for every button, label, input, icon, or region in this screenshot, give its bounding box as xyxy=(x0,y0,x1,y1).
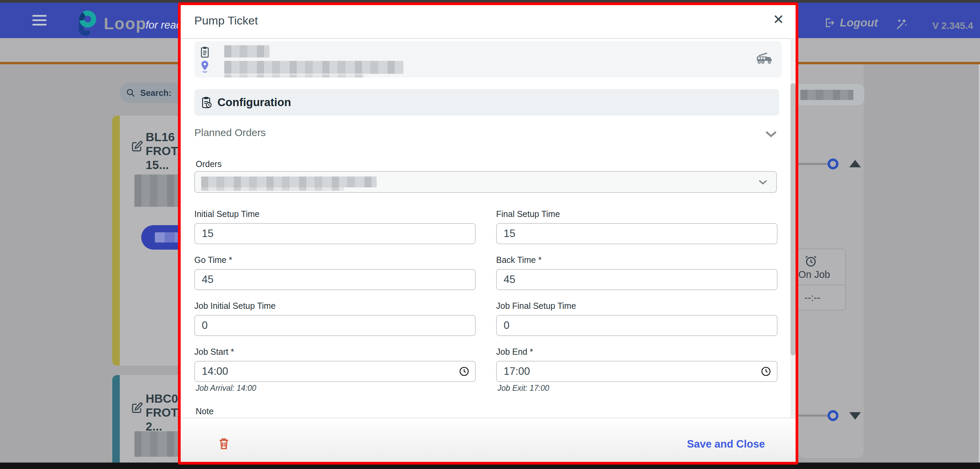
trash-icon[interactable] xyxy=(218,437,231,450)
page: Loop for ready Logout V 2.345.4 Search: xyxy=(0,0,980,469)
on-job-label: On Job xyxy=(798,269,830,280)
card-accent-stripe xyxy=(112,116,120,366)
redacted-text xyxy=(201,188,344,191)
field-initial-setup-time: Initial Setup Time xyxy=(194,209,476,244)
loop-logo xyxy=(73,9,100,36)
clipboard-clock-icon xyxy=(201,96,212,108)
timeline-slider-handle[interactable] xyxy=(827,159,838,169)
field-label: Go Time * xyxy=(194,255,476,265)
clock-icon[interactable] xyxy=(459,366,469,377)
logout-button[interactable]: Logout xyxy=(824,16,878,29)
card-accent-stripe xyxy=(112,375,120,463)
field-label: Final Setup Time xyxy=(496,209,778,219)
note-label: Note xyxy=(196,406,214,416)
chevron-down-icon xyxy=(758,179,768,185)
logout-label: Logout xyxy=(840,16,878,29)
timeline-slider-handle[interactable] xyxy=(827,410,838,421)
configuration-section-header: Configuration xyxy=(194,89,779,116)
search-label: Search: xyxy=(140,88,172,98)
clipboard-icon xyxy=(200,46,210,58)
redacted-text xyxy=(224,61,403,74)
pump-truck-icon xyxy=(755,51,774,66)
chevron-down-icon[interactable] xyxy=(765,130,778,138)
field-label: Job End * xyxy=(496,347,778,357)
field-label: Job Start * xyxy=(194,347,476,357)
timeline-slider-track xyxy=(798,415,828,417)
save-and-close-button[interactable]: Save and Close xyxy=(687,438,765,450)
redacted-text xyxy=(224,75,364,78)
logout-icon xyxy=(824,17,835,29)
modal-footer: Save and Close xyxy=(181,418,795,462)
close-icon[interactable]: ✕ xyxy=(773,13,784,26)
field-back-time: Back Time * xyxy=(496,255,778,290)
field-job-start: Job Start * xyxy=(194,347,476,382)
section-title: Configuration xyxy=(218,96,291,109)
page-right-edge xyxy=(978,64,980,463)
field-final-setup-time: Final Setup Time xyxy=(496,209,778,244)
hamburger-icon xyxy=(32,15,47,17)
panel-divider xyxy=(797,285,845,285)
redacted-text xyxy=(800,90,853,100)
search-input[interactable]: Search: xyxy=(120,83,185,103)
planned-orders-header[interactable]: Planned Orders xyxy=(194,127,266,138)
edit-icon[interactable] xyxy=(131,140,143,153)
edit-icon[interactable] xyxy=(131,402,143,414)
app-version: V 2.345.4 xyxy=(932,21,973,31)
field-label: Initial Setup Time xyxy=(194,209,476,219)
alarm-clock-icon xyxy=(804,255,817,268)
hamburger-icon xyxy=(32,24,47,25)
field-go-time: Go Time * xyxy=(194,255,476,290)
modal-scrollbar-thumb[interactable] xyxy=(791,83,795,355)
job-initial-setup-time-input[interactable] xyxy=(194,315,476,336)
clock-icon[interactable] xyxy=(760,366,772,377)
orders-select[interactable] xyxy=(194,171,777,193)
timeline-slider-track xyxy=(798,163,828,165)
orders-label: Orders xyxy=(196,159,221,169)
go-time-input[interactable] xyxy=(194,269,476,290)
header-divider xyxy=(181,38,795,39)
menu-button[interactable] xyxy=(32,15,47,28)
brand-name: Loop xyxy=(104,14,146,33)
job-arrival-hint: Job Arrival: 14:00 xyxy=(196,384,256,393)
field-label: Job Initial Setup Time xyxy=(194,301,476,311)
hamburger-icon xyxy=(32,19,47,21)
final-setup-time-input[interactable] xyxy=(496,223,778,244)
job-start-input[interactable] xyxy=(194,361,476,382)
brand-tagline: for ready xyxy=(146,19,183,31)
field-job-final-setup-time: Job Final Setup Time xyxy=(496,301,778,336)
field-job-end: Job End * xyxy=(496,347,778,382)
back-time-input[interactable] xyxy=(496,269,778,290)
on-job-panel: On Job --:-- xyxy=(796,249,846,310)
filter-pill[interactable] xyxy=(796,84,864,105)
ticket-summary-card xyxy=(194,41,782,78)
field-label: Job Final Setup Time xyxy=(496,301,778,311)
triangle-up-icon[interactable] xyxy=(850,160,861,167)
location-pin-icon xyxy=(200,60,210,73)
redacted-text xyxy=(134,431,182,457)
redacted-text xyxy=(224,45,269,57)
on-job-time: --:-- xyxy=(804,292,821,304)
redacted-text xyxy=(134,175,182,207)
field-label: Back Time * xyxy=(496,255,778,265)
initial-setup-time-input[interactable] xyxy=(194,223,476,244)
triangle-down-icon[interactable] xyxy=(850,412,861,420)
job-exit-hint: Job Exit: 17:00 xyxy=(498,384,549,393)
job-final-setup-time-input[interactable] xyxy=(496,315,778,336)
magic-wand-icon[interactable] xyxy=(895,17,908,30)
modal-title: Pump Ticket xyxy=(194,14,258,27)
job-end-input[interactable] xyxy=(496,361,778,382)
field-job-initial-setup-time: Job Initial Setup Time xyxy=(194,301,476,336)
schedule-card-hbc09: HBC09 FROTA 2... xyxy=(112,375,182,463)
search-icon xyxy=(126,88,135,98)
redacted-text xyxy=(201,176,377,188)
pump-ticket-modal: Pump Ticket ✕ xyxy=(178,2,798,464)
